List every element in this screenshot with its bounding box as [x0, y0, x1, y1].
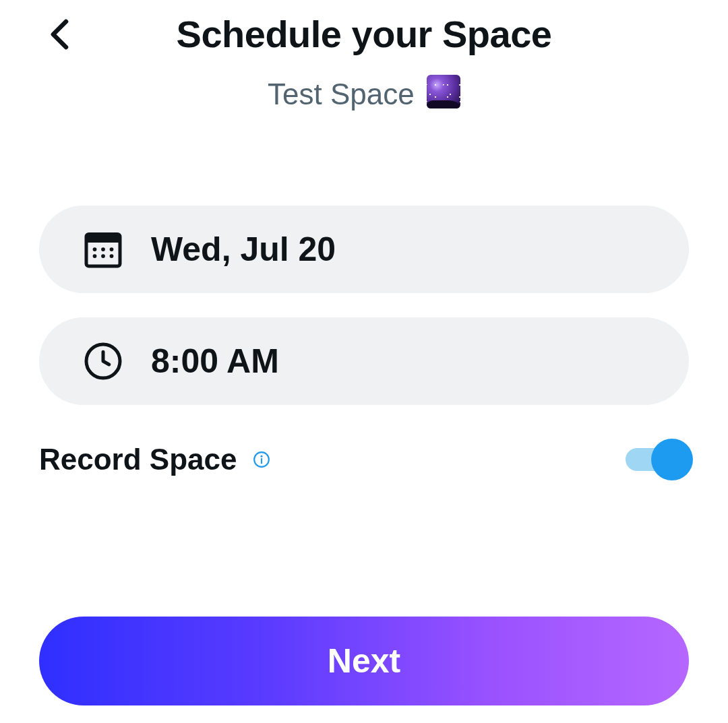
clock-icon	[82, 340, 124, 382]
record-space-label: Record Space	[39, 443, 237, 476]
svg-point-6	[101, 254, 105, 258]
next-button-label: Next	[328, 641, 400, 681]
svg-point-4	[110, 247, 114, 251]
svg-point-5	[93, 254, 97, 258]
date-value: Wed, Jul 20	[151, 230, 336, 269]
svg-point-7	[110, 254, 114, 258]
space-name-subtitle: Test Space	[0, 75, 728, 111]
date-picker[interactable]: Wed, Jul 20	[39, 206, 689, 293]
info-icon[interactable]	[251, 449, 272, 470]
page-title: Schedule your Space	[40, 12, 688, 56]
milky-way-icon	[427, 75, 460, 108]
svg-point-10	[261, 455, 263, 458]
record-space-toggle[interactable]	[626, 445, 689, 474]
next-button[interactable]: Next	[39, 617, 689, 705]
svg-point-2	[93, 247, 97, 251]
svg-rect-11	[261, 458, 262, 464]
svg-point-3	[101, 247, 105, 251]
space-name-text: Test Space	[268, 77, 423, 111]
calendar-icon	[82, 228, 124, 270]
time-value: 8:00 AM	[151, 342, 279, 381]
time-picker[interactable]: 8:00 AM	[39, 317, 689, 405]
svg-rect-1	[86, 234, 120, 243]
